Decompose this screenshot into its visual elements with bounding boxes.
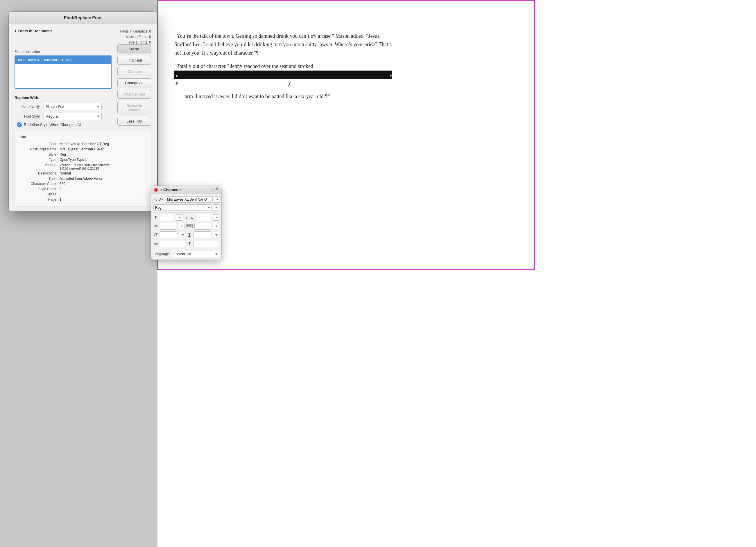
skew-input[interactable] xyxy=(194,241,219,247)
paragraph-2-start: “Totally out of character.” Jenny reache… xyxy=(174,62,392,71)
bar-right-text: y xyxy=(390,71,392,78)
tracking-icon: WA xyxy=(186,225,193,228)
panel-title-left: ✕ ◂ Character xyxy=(154,188,181,192)
fonts-count: 1 Fonts in Document xyxy=(15,29,52,33)
find-replace-dialog: Find/Replace Font 1 Fonts in Document Fo… xyxy=(9,12,157,211)
font-style-panel-select[interactable]: Reg xyxy=(153,205,212,211)
paragraph-1: “You’re the talk of the town. Getting so… xyxy=(174,32,392,57)
font-style-dropdown[interactable] xyxy=(213,205,219,211)
panel-close-button[interactable]: ✕ xyxy=(154,188,158,192)
font-family-select[interactable]: Minion Pro xyxy=(44,103,102,110)
font-search-input[interactable] xyxy=(165,196,213,203)
leading-input[interactable] xyxy=(197,214,211,221)
info-postscript-row: PostScript Name: MrsEavesXLSerifNarOT-Re… xyxy=(19,147,146,151)
baseline-stepper[interactable]: ▲ ▼ xyxy=(160,240,185,247)
font-search-dropdown[interactable] xyxy=(214,196,220,203)
language-row: Language: English: UK xyxy=(153,250,219,257)
tracking-input[interactable] xyxy=(195,223,211,230)
change-all-button[interactable]: Change All xyxy=(117,78,151,87)
panel-menu-icon[interactable]: ☰ xyxy=(215,188,218,192)
change-button[interactable]: Change xyxy=(117,67,151,76)
leading-icon: ↕ xyxy=(184,216,189,220)
info-restrictions-row: Restrictions: Normal xyxy=(19,171,146,175)
font-style-panel-row: Reg xyxy=(153,205,219,211)
info-version-row: Version: Version 1.000;PS 001.000;hotcon… xyxy=(19,163,146,170)
done-button[interactable]: Done xyxy=(117,44,151,53)
info-page-row: Page: 1 xyxy=(19,198,146,202)
font-family-label: Font Family: xyxy=(15,105,41,109)
info-charcount-row: Character Count: 689 xyxy=(19,182,146,186)
font-list[interactable]: Mrs Eaves XL Serif Nar OT Reg xyxy=(15,55,112,89)
font-style-label: Font Style: xyxy=(15,114,41,119)
tracking-dropdown[interactable] xyxy=(213,223,219,230)
leading-alt-icon: ▲↓ xyxy=(190,216,195,219)
leading-unit-select[interactable] xyxy=(213,214,219,221)
font-size-input[interactable] xyxy=(160,214,174,221)
tracking-stepper[interactable]: ▲ ▼ xyxy=(194,223,211,230)
info-path-row: Path: Activated from Adobe Fonts xyxy=(19,177,146,181)
info-section-title: Info xyxy=(19,135,146,139)
baseline-icon: A± xyxy=(153,242,158,245)
dialog-title-bar: Find/Replace Font xyxy=(9,12,157,24)
font-size-icon: T xyxy=(153,215,158,220)
skew-stepper[interactable]: ▲ ▼ xyxy=(194,240,219,247)
redefine-style-checkbox[interactable] xyxy=(17,123,22,127)
collapse-icon[interactable]: « xyxy=(212,188,214,192)
info-style-row: Style: Reg xyxy=(19,153,146,157)
page-border-top xyxy=(157,0,535,1)
info-stylecount-row: Style Count: 0 xyxy=(19,187,146,191)
kerning-icon: VA xyxy=(153,225,158,228)
redefine-style-label: Redefine Style When Changing All xyxy=(24,123,82,127)
page-border-bottom xyxy=(157,269,535,270)
kerning-stepper[interactable]: ▲ ▼ xyxy=(160,223,176,230)
info-type-row: Type: OpenType Type 1 xyxy=(19,158,146,162)
v-scale-icon: T xyxy=(187,233,192,237)
h-scale-input[interactable] xyxy=(160,232,177,238)
h-scale-stepper[interactable]: ▲ ▼ xyxy=(160,232,177,239)
change-find-button[interactable]: Change/Find xyxy=(117,90,151,99)
dialog-title: Find/Replace Font xyxy=(64,15,102,20)
h-scale-dropdown[interactable] xyxy=(179,232,185,238)
highlighted-text-bar: m y xyxy=(174,71,392,79)
divider-2 xyxy=(153,249,219,249)
v-scale-stepper[interactable]: ▲ ▼ xyxy=(194,232,211,239)
fonts-summary: 1 Fonts in Document Fonts in Graphics: 0… xyxy=(15,29,151,46)
kerning-tracking-row: VA ▲ ▼ WA ▲ ▼ xyxy=(153,223,219,230)
find-first-button[interactable]: Find First xyxy=(117,56,151,65)
font-size-stepper[interactable]: ▲ ▼ xyxy=(160,214,174,221)
language-select[interactable]: English: UK xyxy=(172,251,219,257)
info-styles-row: Styles: xyxy=(19,192,146,196)
baseline-skew-row: A± ▲ ▼ T ▲ ▼ xyxy=(153,240,219,247)
baseline-input[interactable] xyxy=(160,241,185,247)
scale-row: IT ▲ ▼ T ▲ ▼ xyxy=(153,232,219,239)
font-style-select[interactable]: Regular xyxy=(44,113,102,120)
h-scale-icon: IT xyxy=(153,233,158,237)
font-variant-icon: A~ xyxy=(159,198,163,201)
font-size-leading-row: T ▲ ▼ ↕ ▲↓ ▲ ▼ xyxy=(153,214,219,221)
font-size-unit-select[interactable] xyxy=(176,214,182,221)
paragraph-2-end: m y xyxy=(174,79,392,87)
divider-1 xyxy=(153,213,219,213)
dialog-buttons: Done Find First Change Change All Change… xyxy=(117,44,151,126)
bar-left-text: m xyxy=(174,71,178,78)
panel-title-text: Character xyxy=(163,188,181,192)
fonts-stats: Fonts in Graphics: 0 Missing Fonts: 0 Ty… xyxy=(120,29,151,46)
kerning-input[interactable] xyxy=(160,223,176,230)
v-scale-input[interactable] xyxy=(194,232,211,238)
search-icon: 🔍 xyxy=(153,198,158,202)
v-scale-dropdown[interactable] xyxy=(213,232,219,238)
kerning-dropdown[interactable] xyxy=(178,223,184,230)
reveal-in-finder-button[interactable]: Reveal in Finder xyxy=(117,101,151,114)
paragraph-3: arm. I moved it away. I didn’t want to b… xyxy=(174,92,392,101)
panel-up-arrow: ◂ xyxy=(160,188,162,192)
skew-icon: T xyxy=(187,242,192,246)
character-panel: ✕ ◂ Character « ☰ 🔍 A~ Reg xyxy=(151,186,221,260)
font-search-row: 🔍 A~ xyxy=(153,196,219,203)
page-border-right xyxy=(534,0,535,270)
leading-stepper[interactable]: ▲ ▼ xyxy=(197,214,211,221)
panel-title-bar: ✕ ◂ Character « ☰ xyxy=(151,186,221,194)
language-label: Language: xyxy=(153,252,170,256)
font-list-item[interactable]: Mrs Eaves XL Serif Nar OT Reg xyxy=(15,56,111,64)
less-info-button[interactable]: Less Info xyxy=(117,117,151,126)
dialog-body: 1 Fonts in Document Fonts in Graphics: 0… xyxy=(9,24,157,211)
